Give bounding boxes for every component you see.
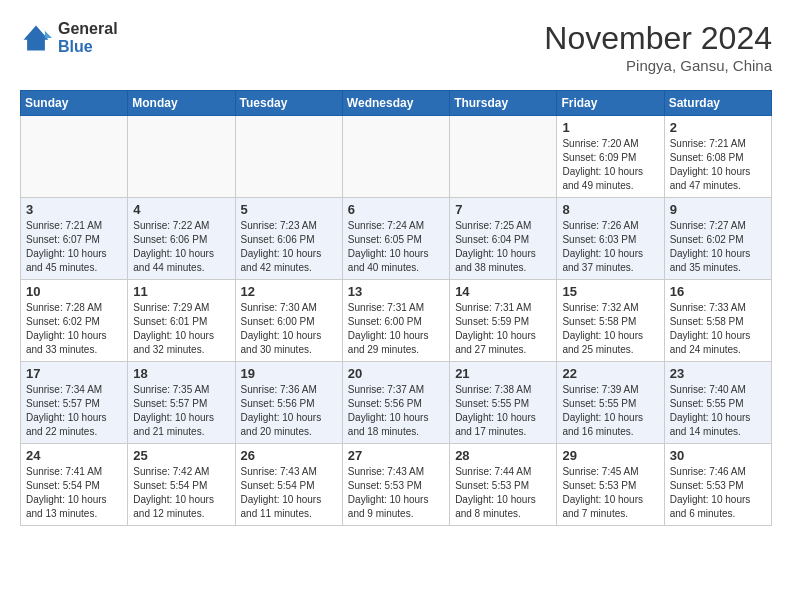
calendar-cell: 23Sunrise: 7:40 AMSunset: 5:55 PMDayligh… [664, 362, 771, 444]
calendar-cell: 18Sunrise: 7:35 AMSunset: 5:57 PMDayligh… [128, 362, 235, 444]
calendar-cell: 8Sunrise: 7:26 AMSunset: 6:03 PMDaylight… [557, 198, 664, 280]
day-info: Sunrise: 7:27 AMSunset: 6:02 PMDaylight:… [670, 219, 766, 275]
day-number: 30 [670, 448, 766, 463]
calendar-cell: 16Sunrise: 7:33 AMSunset: 5:58 PMDayligh… [664, 280, 771, 362]
week-row-4: 24Sunrise: 7:41 AMSunset: 5:54 PMDayligh… [21, 444, 772, 526]
logo-text: General Blue [58, 20, 118, 55]
day-number: 12 [241, 284, 337, 299]
calendar-cell: 3Sunrise: 7:21 AMSunset: 6:07 PMDaylight… [21, 198, 128, 280]
calendar-cell: 19Sunrise: 7:36 AMSunset: 5:56 PMDayligh… [235, 362, 342, 444]
day-info: Sunrise: 7:20 AMSunset: 6:09 PMDaylight:… [562, 137, 658, 193]
month-title: November 2024 [544, 20, 772, 57]
day-number: 13 [348, 284, 444, 299]
day-number: 15 [562, 284, 658, 299]
day-info: Sunrise: 7:43 AMSunset: 5:54 PMDaylight:… [241, 465, 337, 521]
day-info: Sunrise: 7:31 AMSunset: 6:00 PMDaylight:… [348, 301, 444, 357]
calendar-cell: 15Sunrise: 7:32 AMSunset: 5:58 PMDayligh… [557, 280, 664, 362]
day-number: 24 [26, 448, 122, 463]
day-info: Sunrise: 7:29 AMSunset: 6:01 PMDaylight:… [133, 301, 229, 357]
title-block: November 2024 Pingya, Gansu, China [544, 20, 772, 74]
logo-blue-text: Blue [58, 38, 118, 56]
logo-icon [20, 22, 52, 54]
day-number: 29 [562, 448, 658, 463]
day-info: Sunrise: 7:36 AMSunset: 5:56 PMDaylight:… [241, 383, 337, 439]
calendar-cell [342, 116, 449, 198]
logo-general-text: General [58, 20, 118, 38]
day-number: 25 [133, 448, 229, 463]
day-info: Sunrise: 7:34 AMSunset: 5:57 PMDaylight:… [26, 383, 122, 439]
page-header: General Blue November 2024 Pingya, Gansu… [20, 20, 772, 74]
day-number: 22 [562, 366, 658, 381]
day-info: Sunrise: 7:32 AMSunset: 5:58 PMDaylight:… [562, 301, 658, 357]
calendar-cell: 6Sunrise: 7:24 AMSunset: 6:05 PMDaylight… [342, 198, 449, 280]
day-info: Sunrise: 7:28 AMSunset: 6:02 PMDaylight:… [26, 301, 122, 357]
day-number: 14 [455, 284, 551, 299]
day-number: 1 [562, 120, 658, 135]
calendar-cell: 13Sunrise: 7:31 AMSunset: 6:00 PMDayligh… [342, 280, 449, 362]
day-info: Sunrise: 7:40 AMSunset: 5:55 PMDaylight:… [670, 383, 766, 439]
calendar-cell [450, 116, 557, 198]
day-info: Sunrise: 7:42 AMSunset: 5:54 PMDaylight:… [133, 465, 229, 521]
day-info: Sunrise: 7:35 AMSunset: 5:57 PMDaylight:… [133, 383, 229, 439]
header-saturday: Saturday [664, 91, 771, 116]
week-row-0: 1Sunrise: 7:20 AMSunset: 6:09 PMDaylight… [21, 116, 772, 198]
day-number: 3 [26, 202, 122, 217]
calendar-cell: 24Sunrise: 7:41 AMSunset: 5:54 PMDayligh… [21, 444, 128, 526]
calendar-cell: 26Sunrise: 7:43 AMSunset: 5:54 PMDayligh… [235, 444, 342, 526]
calendar-table: Sunday Monday Tuesday Wednesday Thursday… [20, 90, 772, 526]
header-monday: Monday [128, 91, 235, 116]
day-number: 10 [26, 284, 122, 299]
calendar-cell: 12Sunrise: 7:30 AMSunset: 6:00 PMDayligh… [235, 280, 342, 362]
day-number: 8 [562, 202, 658, 217]
calendar-cell [235, 116, 342, 198]
day-info: Sunrise: 7:43 AMSunset: 5:53 PMDaylight:… [348, 465, 444, 521]
calendar-cell: 1Sunrise: 7:20 AMSunset: 6:09 PMDaylight… [557, 116, 664, 198]
day-number: 4 [133, 202, 229, 217]
calendar-cell: 25Sunrise: 7:42 AMSunset: 5:54 PMDayligh… [128, 444, 235, 526]
day-info: Sunrise: 7:26 AMSunset: 6:03 PMDaylight:… [562, 219, 658, 275]
day-info: Sunrise: 7:22 AMSunset: 6:06 PMDaylight:… [133, 219, 229, 275]
logo: General Blue [20, 20, 118, 55]
calendar-cell: 2Sunrise: 7:21 AMSunset: 6:08 PMDaylight… [664, 116, 771, 198]
day-info: Sunrise: 7:45 AMSunset: 5:53 PMDaylight:… [562, 465, 658, 521]
day-info: Sunrise: 7:25 AMSunset: 6:04 PMDaylight:… [455, 219, 551, 275]
day-number: 5 [241, 202, 337, 217]
day-number: 27 [348, 448, 444, 463]
header-row: Sunday Monday Tuesday Wednesday Thursday… [21, 91, 772, 116]
calendar-cell: 21Sunrise: 7:38 AMSunset: 5:55 PMDayligh… [450, 362, 557, 444]
day-number: 11 [133, 284, 229, 299]
day-number: 6 [348, 202, 444, 217]
day-number: 16 [670, 284, 766, 299]
header-thursday: Thursday [450, 91, 557, 116]
day-number: 9 [670, 202, 766, 217]
header-sunday: Sunday [21, 91, 128, 116]
location: Pingya, Gansu, China [544, 57, 772, 74]
day-number: 28 [455, 448, 551, 463]
calendar-cell: 20Sunrise: 7:37 AMSunset: 5:56 PMDayligh… [342, 362, 449, 444]
calendar-body: 1Sunrise: 7:20 AMSunset: 6:09 PMDaylight… [21, 116, 772, 526]
header-tuesday: Tuesday [235, 91, 342, 116]
day-info: Sunrise: 7:46 AMSunset: 5:53 PMDaylight:… [670, 465, 766, 521]
day-number: 26 [241, 448, 337, 463]
day-info: Sunrise: 7:31 AMSunset: 5:59 PMDaylight:… [455, 301, 551, 357]
day-number: 7 [455, 202, 551, 217]
day-info: Sunrise: 7:30 AMSunset: 6:00 PMDaylight:… [241, 301, 337, 357]
calendar-cell: 28Sunrise: 7:44 AMSunset: 5:53 PMDayligh… [450, 444, 557, 526]
day-info: Sunrise: 7:38 AMSunset: 5:55 PMDaylight:… [455, 383, 551, 439]
day-number: 2 [670, 120, 766, 135]
day-info: Sunrise: 7:44 AMSunset: 5:53 PMDaylight:… [455, 465, 551, 521]
day-number: 18 [133, 366, 229, 381]
day-number: 19 [241, 366, 337, 381]
calendar-cell: 29Sunrise: 7:45 AMSunset: 5:53 PMDayligh… [557, 444, 664, 526]
calendar-cell [21, 116, 128, 198]
day-info: Sunrise: 7:23 AMSunset: 6:06 PMDaylight:… [241, 219, 337, 275]
day-info: Sunrise: 7:41 AMSunset: 5:54 PMDaylight:… [26, 465, 122, 521]
calendar-cell: 22Sunrise: 7:39 AMSunset: 5:55 PMDayligh… [557, 362, 664, 444]
day-info: Sunrise: 7:24 AMSunset: 6:05 PMDaylight:… [348, 219, 444, 275]
calendar-cell: 4Sunrise: 7:22 AMSunset: 6:06 PMDaylight… [128, 198, 235, 280]
header-friday: Friday [557, 91, 664, 116]
day-info: Sunrise: 7:39 AMSunset: 5:55 PMDaylight:… [562, 383, 658, 439]
day-info: Sunrise: 7:21 AMSunset: 6:08 PMDaylight:… [670, 137, 766, 193]
header-wednesday: Wednesday [342, 91, 449, 116]
calendar-cell: 30Sunrise: 7:46 AMSunset: 5:53 PMDayligh… [664, 444, 771, 526]
